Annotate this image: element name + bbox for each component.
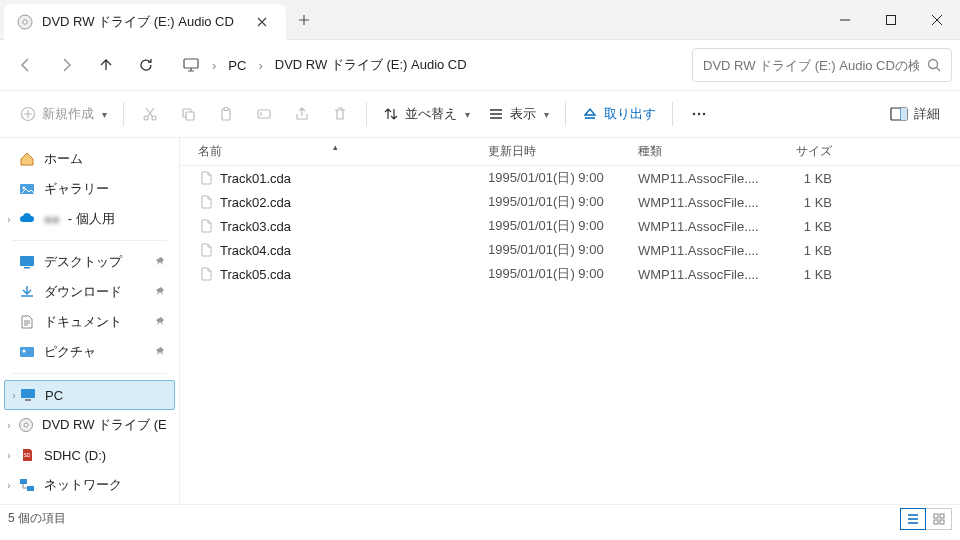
more-button[interactable]	[681, 97, 717, 131]
file-type: WMP11.AssocFile....	[630, 267, 760, 282]
window-controls	[822, 0, 960, 39]
svg-rect-2	[887, 15, 896, 24]
new-label: 新規作成	[42, 105, 94, 123]
sidebar-label: ドキュメント	[44, 313, 122, 331]
chevron-down-icon: ▾	[465, 109, 470, 120]
search-box[interactable]	[692, 48, 952, 82]
expand-icon[interactable]: ›	[7, 390, 21, 401]
svg-point-15	[703, 113, 705, 115]
svg-rect-24	[21, 389, 35, 398]
gallery-icon	[18, 180, 36, 198]
sidebar-item-documents[interactable]: ドキュメント	[0, 307, 179, 337]
sidebar-label: SDHC (D:)	[44, 448, 106, 463]
file-date: 1995/01/01(日) 9:00	[480, 169, 630, 187]
file-list: Track01.cda 1995/01/01(日) 9:00 WMP11.Ass…	[180, 166, 960, 286]
sidebar-item-onedrive-personal[interactable]: › ■■ - 個人用	[0, 204, 179, 234]
sidebar-item-network[interactable]: › ネットワーク	[0, 470, 179, 500]
new-button[interactable]: 新規作成 ▾	[12, 97, 115, 131]
svg-rect-33	[934, 520, 938, 524]
file-type: WMP11.AssocFile....	[630, 219, 760, 234]
forward-button[interactable]	[48, 47, 84, 83]
sidebar-item-pc[interactable]: › PC	[4, 380, 175, 410]
svg-rect-22	[20, 347, 34, 357]
search-icon[interactable]	[927, 58, 941, 72]
maximize-button[interactable]	[868, 0, 914, 39]
column-date[interactable]: 更新日時	[480, 143, 630, 160]
up-button[interactable]	[88, 47, 124, 83]
file-row[interactable]: Track03.cda 1995/01/01(日) 9:00 WMP11.Ass…	[180, 214, 960, 238]
sidebar-label: ギャラリー	[44, 180, 109, 198]
file-size: 1 KB	[760, 243, 840, 258]
column-header: ▴名前 更新日時 種類 サイズ	[180, 138, 960, 166]
eject-button[interactable]: 取り出す	[574, 97, 664, 131]
chevron-right-icon[interactable]: ›	[210, 58, 218, 73]
svg-point-23	[23, 350, 26, 353]
file-size: 1 KB	[760, 219, 840, 234]
expand-icon[interactable]: ›	[2, 480, 16, 491]
column-name[interactable]: ▴名前	[190, 143, 480, 160]
svg-rect-11	[224, 108, 228, 111]
pc-icon	[19, 386, 37, 404]
paste-button[interactable]	[208, 97, 244, 131]
file-row[interactable]: Track01.cda 1995/01/01(日) 9:00 WMP11.Ass…	[180, 166, 960, 190]
view-label: 表示	[510, 105, 536, 123]
svg-point-1	[23, 20, 27, 24]
sidebar-item-desktop[interactable]: デスクトップ	[0, 247, 179, 277]
rename-button[interactable]	[246, 97, 282, 131]
copy-button[interactable]	[170, 97, 206, 131]
sort-label: 並べ替え	[405, 105, 457, 123]
cut-button[interactable]	[132, 97, 168, 131]
sort-indicator-icon: ▴	[333, 142, 338, 152]
minimize-button[interactable]	[822, 0, 868, 39]
file-date: 1995/01/01(日) 9:00	[480, 193, 630, 211]
search-input[interactable]	[703, 58, 919, 73]
tab-close-button[interactable]	[250, 10, 274, 34]
downloads-icon	[18, 283, 36, 301]
browser-tab[interactable]: DVD RW ドライブ (E:) Audio CD	[4, 4, 286, 40]
sidebar-item-home[interactable]: ホーム	[0, 144, 179, 174]
svg-point-7	[152, 116, 156, 120]
expand-icon[interactable]: ›	[2, 214, 16, 225]
details-view-toggle[interactable]	[900, 508, 926, 530]
sidebar-label: PC	[45, 388, 63, 403]
sidebar-item-sdhc[interactable]: › SD SDHC (D:)	[0, 440, 179, 470]
pc-icon[interactable]	[176, 52, 206, 78]
file-row[interactable]: Track05.cda 1995/01/01(日) 9:00 WMP11.Ass…	[180, 262, 960, 286]
file-icon	[198, 194, 214, 210]
home-icon	[18, 150, 36, 168]
close-button[interactable]	[914, 0, 960, 39]
toolbar: 新規作成 ▾ 並べ替え ▾ 表示 ▾ 取り出す 詳細	[0, 90, 960, 138]
pin-icon	[155, 286, 167, 298]
column-type[interactable]: 種類	[630, 143, 760, 160]
breadcrumb-current[interactable]: DVD RW ドライブ (E:) Audio CD	[269, 52, 473, 78]
column-size[interactable]: サイズ	[760, 143, 840, 160]
file-size: 1 KB	[760, 171, 840, 186]
share-button[interactable]	[284, 97, 320, 131]
svg-rect-9	[186, 112, 194, 120]
tab-title: DVD RW ドライブ (E:) Audio CD	[42, 13, 234, 31]
expand-icon[interactable]: ›	[2, 420, 16, 431]
delete-button[interactable]	[322, 97, 358, 131]
file-row[interactable]: Track02.cda 1995/01/01(日) 9:00 WMP11.Ass…	[180, 190, 960, 214]
details-pane-button[interactable]: 詳細	[882, 97, 948, 131]
back-button[interactable]	[8, 47, 44, 83]
refresh-button[interactable]	[128, 47, 164, 83]
sort-button[interactable]: 並べ替え ▾	[375, 97, 478, 131]
file-row[interactable]: Track04.cda 1995/01/01(日) 9:00 WMP11.Ass…	[180, 238, 960, 262]
expand-icon[interactable]: ›	[2, 450, 16, 461]
icons-view-toggle[interactable]	[926, 508, 952, 530]
new-tab-button[interactable]	[286, 0, 322, 39]
network-icon	[18, 476, 36, 494]
breadcrumb-pc[interactable]: PC	[222, 54, 252, 77]
svg-rect-25	[25, 399, 31, 401]
cd-icon	[18, 416, 34, 434]
view-button[interactable]: 表示 ▾	[480, 97, 557, 131]
sidebar-item-gallery[interactable]: ギャラリー	[0, 174, 179, 204]
sidebar-item-dvd[interactable]: › DVD RW ドライブ (E:) A	[0, 410, 179, 440]
sidebar-item-downloads[interactable]: ダウンロード	[0, 277, 179, 307]
documents-icon	[18, 313, 36, 331]
pin-icon	[155, 256, 167, 268]
item-count: 5 個の項目	[8, 510, 66, 527]
chevron-right-icon[interactable]: ›	[256, 58, 264, 73]
sidebar-item-pictures[interactable]: ピクチャ	[0, 337, 179, 367]
